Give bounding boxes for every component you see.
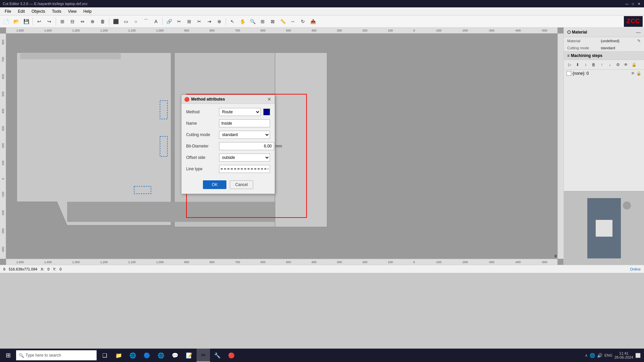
duplicate-button[interactable]: ⊕ [88, 17, 97, 26]
dimension-button[interactable]: ↔ [288, 17, 298, 26]
taskbar-app4[interactable]: 🔴 [225, 349, 238, 362]
mirror-button[interactable]: ⇔ [78, 17, 87, 26]
tray-show-desktop[interactable]: ⬜ [635, 353, 641, 358]
method-row: Method Route Drill Pocket [186, 108, 270, 116]
x-value: 0 [48, 267, 50, 271]
line-type-display[interactable] [219, 165, 270, 173]
taskbar-search[interactable]: 🔍 Type here to search [16, 350, 97, 360]
zoom-button[interactable]: 🔍 [248, 17, 257, 26]
start-button[interactable]: ⊞ [0, 349, 16, 362]
delete-button[interactable]: 🗑 [98, 17, 107, 26]
material-title: ⬡ Material [567, 30, 587, 35]
arc-button[interactable]: ⌒ [141, 17, 151, 26]
taskbar-edge[interactable]: 🔵 [140, 349, 154, 362]
dialog-titlebar: 🔴 Method attributes ✕ [181, 95, 275, 104]
menu-view[interactable]: View [65, 8, 80, 14]
menu-tools[interactable]: Tools [49, 8, 65, 14]
tray-volume[interactable]: 🔊 [597, 353, 602, 358]
minimize-button[interactable]: — [625, 1, 629, 6]
tray-time[interactable]: 11:41 28-06-2024 [614, 351, 633, 359]
taskbar: ⊞ 🔍 Type here to search ❑ 📁 🌐 🔵 🌐 💬 📝 ✂ … [0, 349, 644, 362]
zoomfit-button[interactable]: ⊞ [258, 17, 267, 26]
cutting-mode-select[interactable]: standard climb conventional [219, 131, 270, 139]
undo-button[interactable]: ↩ [35, 17, 44, 26]
new-button[interactable]: 📄 [1, 17, 11, 26]
mach-run-button[interactable]: ▷ [566, 61, 573, 68]
extend-button[interactable]: ⇥ [205, 17, 214, 26]
join-button[interactable]: ⊞ [184, 17, 194, 26]
tray-chevron[interactable]: ∧ [585, 353, 588, 358]
y-label: Y: [53, 267, 56, 271]
mach-eye-button[interactable]: 👁 [622, 61, 630, 68]
taskbar-app3[interactable]: 🔧 [211, 349, 224, 362]
date-display: 28-06-2024 [614, 355, 633, 359]
group-button[interactable]: ⊞ [58, 17, 67, 26]
mach-down-button[interactable]: ↓ [606, 61, 613, 68]
redo-button[interactable]: ↪ [45, 17, 54, 26]
save-button[interactable]: 💾 [21, 17, 31, 26]
cutting-mode-row: Cutting mode standard climb conventional [186, 131, 270, 139]
close-button[interactable]: ✕ [637, 1, 641, 6]
unlink-button[interactable]: ✂ [174, 17, 184, 26]
ungroup-button[interactable]: ⊟ [68, 17, 77, 26]
menu-objects[interactable]: Objects [28, 8, 49, 14]
export-button[interactable]: 📤 [308, 17, 318, 26]
title-bar-controls: — □ ✕ [625, 1, 641, 6]
taskbar-chrome[interactable]: 🌐 [154, 349, 168, 362]
bit-diameter-row: Bit-Diameter mm [186, 142, 270, 150]
method-select[interactable]: Route Drill Pocket [219, 108, 261, 116]
material-prop-label: Material [567, 39, 601, 43]
taskbar-app2[interactable]: 📝 [182, 349, 196, 362]
sep2 [56, 18, 56, 25]
mach-config-button[interactable]: ⚙ [614, 61, 622, 68]
taskbar-folder[interactable]: 📁 [112, 349, 125, 362]
taskbar-cuteditor[interactable]: ✂ [197, 349, 210, 362]
none-row: {none}: 0 👁 🔒 [564, 70, 644, 77]
line-type-preview [221, 169, 268, 169]
menu-edit[interactable]: Edit [14, 8, 28, 14]
rotate-button[interactable]: ↻ [298, 17, 308, 26]
tray-network[interactable]: 🌐 [590, 353, 595, 358]
zoomsel-button[interactable]: ⊠ [268, 17, 277, 26]
mach-stop-button[interactable]: ⬇ [574, 61, 581, 68]
y-value: 0 [59, 267, 61, 271]
offset-button[interactable]: ⊕ [215, 17, 224, 26]
taskbar-app1[interactable]: 💬 [168, 349, 182, 362]
select-button[interactable]: ↖ [228, 17, 237, 26]
mach-up-button[interactable]: ↑ [598, 61, 605, 68]
trim-button[interactable]: ✂ [195, 17, 204, 26]
ok-button[interactable]: OK [203, 180, 226, 189]
taskbar-ie[interactable]: 🌐 [126, 349, 140, 362]
mach-lock-button[interactable]: 🔒 [630, 61, 638, 68]
time-display: 11:41 [619, 351, 629, 355]
pan-button[interactable]: ✋ [238, 17, 247, 26]
dialog-close-button[interactable]: ✕ [267, 97, 272, 102]
taskbar-taskview[interactable]: ❑ [98, 349, 111, 362]
material-edit-button[interactable]: ✎ [637, 39, 641, 43]
none-lock-icon[interactable]: 🔒 [636, 71, 641, 76]
text-button[interactable]: A [151, 17, 161, 26]
toolbar: 📄 📂 💾 ↩ ↪ ⊞ ⊟ ⇔ ⊕ 🗑 ⬛ ▭ ○ ⌒ A 🔗 ✂ ⊞ ✂ ⇥ … [0, 15, 644, 27]
none-eye-icon[interactable]: 👁 [631, 71, 635, 76]
circle-button[interactable]: ○ [131, 17, 141, 26]
canvas-area[interactable]: 1,5001,4001,3001,2001,1001,0009008007006… [0, 27, 564, 265]
panel-collapse-button[interactable]: — [636, 29, 641, 35]
link-button[interactable]: 🔗 [164, 17, 174, 26]
ruler-button[interactable]: 📏 [278, 17, 287, 26]
route-button[interactable]: ⬛ [111, 17, 120, 26]
preview-shape [587, 198, 621, 258]
cancel-button[interactable]: Cancel [230, 180, 253, 189]
rect-button[interactable]: ▭ [121, 17, 130, 26]
maximize-button[interactable]: □ [631, 1, 635, 6]
open-button[interactable]: 📂 [11, 17, 21, 26]
menu-help[interactable]: Help [80, 8, 95, 14]
bit-diameter-input[interactable] [219, 142, 274, 150]
method-color-swatch[interactable] [263, 109, 270, 115]
offset-side-select[interactable]: outside inside on [219, 154, 270, 162]
none-checkbox[interactable] [567, 71, 571, 76]
name-input[interactable] [219, 119, 270, 127]
menu-file[interactable]: File [1, 8, 14, 14]
mach-delete-button[interactable]: 🗑 [590, 61, 597, 68]
material-prop-row: Material {undefined} ✎ [564, 37, 644, 45]
mach-step-button[interactable]: ↕ [582, 61, 589, 68]
